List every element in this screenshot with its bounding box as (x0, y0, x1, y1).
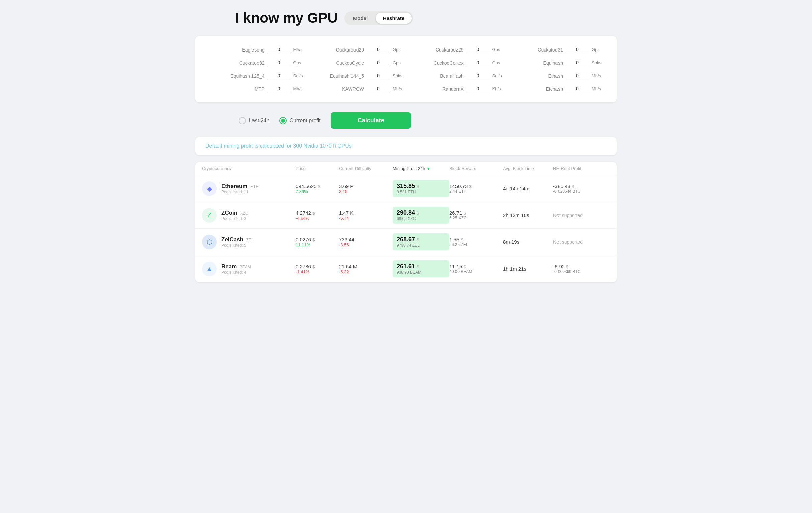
nh-not-supported: Not supported (553, 239, 607, 245)
calculate-button[interactable]: Calculate (331, 112, 411, 129)
hashrate-label: RandomX (442, 86, 463, 92)
coin-info: ▲ Beam BEAM Pools listed: 4 (202, 261, 296, 276)
hashrate-input-4[interactable] (267, 59, 291, 66)
nh-rent-btc: -0.020544 BTC (553, 189, 607, 194)
hashrate-field-cuckoocycle: CuckooCycle Gps (308, 59, 405, 66)
nh-rent-btc: -0.000369 BTC (553, 269, 607, 274)
table-body: ◆ Ethereum ETH Pools listed: 11 594.5625… (195, 175, 617, 282)
hashrate-unit: Mh/s (591, 86, 603, 91)
nh-rent-block: Not supported (553, 213, 607, 218)
hashrate-grid: Eaglesong Mh/s Cuckarood29 Gps Cuckarooz… (209, 46, 603, 92)
hashrate-unit: Sol/s (492, 73, 504, 78)
hashrate-input-15[interactable] (566, 85, 589, 92)
hashrate-field-cuckatoo32: Cuckatoo32 Gps (209, 59, 305, 66)
block-time-value: 4d 14h 14m (503, 186, 553, 191)
hashrate-unit: Gps (492, 60, 504, 65)
hashrate-card: Eaglesong Mh/s Cuckarood29 Gps Cuckarooz… (195, 36, 617, 102)
hashrate-unit: Gps (492, 47, 504, 52)
hashrate-input-0[interactable] (267, 46, 291, 53)
hashrate-input-14[interactable] (466, 85, 490, 92)
hashrate-input-13[interactable] (367, 85, 390, 92)
last24h-radio-circle (239, 117, 246, 124)
difficulty-block: 1.47 K -5.74 (339, 210, 393, 221)
reward-block: 11.15 $ 40.00 BEAM (450, 263, 503, 274)
current-profit-radio-label[interactable]: Current profit (279, 117, 320, 124)
hashrate-label: Cuckatoo31 (538, 47, 563, 53)
coin-icon-xzc: Z (202, 208, 217, 223)
reward-sub: 6.25 XZC (450, 216, 503, 220)
price-change: -1.41% (296, 269, 339, 274)
th-mining-profit[interactable]: Mining Profit 24h ▼ (393, 166, 450, 171)
difficulty-value: 3.69 P (339, 183, 393, 189)
table-row: Z ZCoin XZC Pools listed: 3 4.2742 $ -4.… (195, 202, 617, 229)
table-row-inner: ⬡ ZelCash ZEL Pools listed: 5 0.0276 $ 1… (195, 229, 617, 255)
hashrate-label: Cuckatoo32 (239, 60, 264, 65)
hashrate-field-beamhash: BeamHash Sol/s (408, 72, 504, 79)
hashrate-unit: Gps (393, 60, 404, 65)
coin-name: Ethereum (222, 183, 248, 189)
profit-cell-wrapper: 268.67 $ 9730.74 ZEL (393, 233, 450, 251)
last24h-radio-label[interactable]: Last 24h (239, 117, 269, 124)
th-current-difficulty: Current Difficulty (339, 166, 393, 171)
nh-rent-value: -6.92 $ (553, 263, 607, 269)
hashrate-input-6[interactable] (466, 59, 490, 66)
hashrate-field-kawpow: KAWPOW Mh/s (308, 85, 405, 92)
hashrate-input-9[interactable] (367, 72, 390, 79)
th-price: Price (296, 166, 339, 171)
hashrate-input-3[interactable] (566, 46, 589, 53)
pools-listed: Pools listed: 5 (222, 243, 254, 248)
controls-row: Last 24h Current profit Calculate (195, 112, 617, 129)
reward-value: 1450.73 $ (450, 183, 503, 189)
current-profit-label: Current profit (289, 118, 320, 124)
difficulty-block: 733.44 -3.56 (339, 237, 393, 248)
coin-icon-zel: ⬡ (202, 235, 217, 250)
price-change: 7.39% (296, 189, 339, 194)
profit-cell: 268.67 $ 9730.74 ZEL (393, 233, 450, 251)
hashrate-input-1[interactable] (367, 46, 390, 53)
block-time-block: 4d 14h 14m (503, 186, 553, 191)
hashrate-field-eaglesong: Eaglesong Mh/s (209, 46, 305, 53)
difficulty-value: 1.47 K (339, 210, 393, 216)
profit-sub: 68.05 XZC (397, 217, 445, 221)
coin-info: Z ZCoin XZC Pools listed: 3 (202, 208, 296, 223)
hashrate-input-8[interactable] (267, 72, 291, 79)
hashrate-toggle-btn[interactable]: Hashrate (376, 13, 412, 24)
header: I know my GPU Model Hashrate (195, 10, 617, 26)
hashrate-field-cuckoocortex: CuckooCortex Gps (408, 59, 504, 66)
nh-rent-block: Not supported (553, 239, 607, 245)
hashrate-input-10[interactable] (466, 72, 490, 79)
page-title: I know my GPU (235, 10, 338, 26)
difficulty-value: 733.44 (339, 237, 393, 243)
profit-cell: 261.61 $ 938.90 BEAM (393, 260, 450, 277)
profit-value: 315.85 $ (397, 182, 445, 190)
price-value: 594.5625 $ (296, 183, 339, 189)
difficulty-change: -5.74 (339, 216, 393, 221)
hashrate-input-7[interactable] (566, 59, 589, 66)
reward-block: 26.71 $ 6.25 XZC (450, 210, 503, 220)
hashrate-input-11[interactable] (566, 72, 589, 79)
hashrate-unit: Mh/s (591, 73, 603, 78)
difficulty-change: -5.32 (339, 269, 393, 274)
hashrate-input-12[interactable] (267, 85, 291, 92)
block-time-block: 2h 12m 16s (503, 212, 553, 218)
hashrate-input-5[interactable] (367, 59, 390, 66)
hashrate-label: BeamHash (440, 73, 463, 79)
table-row-inner: ◆ Ethereum ETH Pools listed: 11 594.5625… (195, 175, 617, 202)
coin-name: ZelCash (222, 236, 243, 243)
nh-rent-block: -6.92 $ -0.000369 BTC (553, 263, 607, 274)
profit-cell-wrapper: 315.85 $ 0.531 ETH (393, 180, 450, 197)
hashrate-unit: Mh/s (293, 47, 305, 52)
pools-listed: Pools listed: 11 (222, 190, 259, 194)
model-toggle-btn[interactable]: Model (346, 13, 375, 24)
hashrate-input-2[interactable] (466, 46, 490, 53)
price-block: 0.0276 $ 11.11% (296, 237, 339, 248)
hashrate-unit: Mh/s (393, 86, 404, 91)
sort-arrow-icon: ▼ (427, 166, 431, 171)
difficulty-block: 3.69 P 3.15 (339, 183, 393, 194)
hashrate-label: CuckooCortex (434, 60, 464, 65)
current-profit-radio-circle (279, 117, 287, 124)
pools-listed: Pools listed: 3 (222, 217, 249, 221)
nh-rent-value: -385.48 $ (553, 183, 607, 189)
coin-icon-beam: ▲ (202, 261, 217, 276)
block-time-value: 2h 12m 16s (503, 212, 553, 218)
